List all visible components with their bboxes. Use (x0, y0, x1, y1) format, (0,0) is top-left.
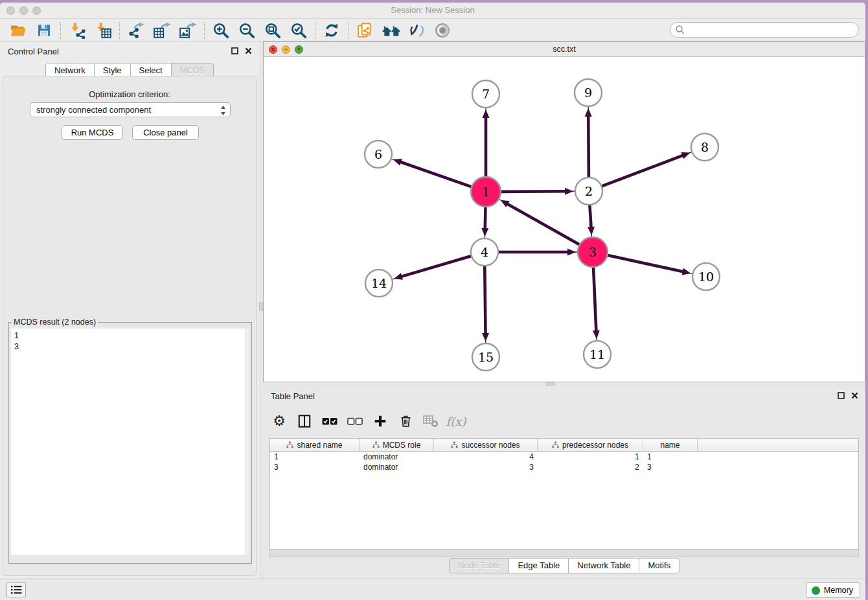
table-toolbar: ⚙ f(x) (269, 408, 466, 434)
import-network-button[interactable] (64, 21, 90, 40)
edge-3-11[interactable] (593, 268, 596, 332)
table-tabs: Node TableEdge TableNetwork TableMotifs (263, 558, 865, 573)
table-cell[interactable]: 3 (434, 462, 538, 472)
network-window-titlebar[interactable]: x − + scc.txt (264, 42, 865, 57)
export-image-button[interactable] (175, 21, 201, 40)
arrowhead-icon (482, 333, 489, 341)
zoom-out-button[interactable] (234, 21, 260, 40)
edge-1-2[interactable] (501, 191, 566, 192)
table-rows: 1dominator4113dominator323 (270, 452, 858, 472)
create-column-button[interactable] (371, 411, 390, 431)
tab-motifs[interactable]: Motifs (639, 558, 680, 573)
hierarchy-icon (451, 441, 458, 448)
delete-table-button[interactable] (421, 411, 440, 431)
toolbar-separator (119, 22, 120, 39)
table-cell[interactable]: 2 (538, 462, 643, 472)
column-header-successor-nodes[interactable]: successor nodes (434, 439, 538, 451)
node-label-3: 3 (589, 245, 597, 259)
save-session-button[interactable] (31, 21, 57, 40)
tab-network-table[interactable]: Network Table (569, 558, 639, 573)
arrowhead-icon (567, 249, 576, 256)
edge-4-14[interactable] (401, 256, 471, 277)
app-titlebar[interactable]: Session: New Session (0, 3, 865, 19)
column-header-MCDS-role[interactable]: MCDS role (360, 439, 434, 451)
edge-1-6[interactable] (400, 162, 471, 187)
zoom-selected-button[interactable] (286, 21, 312, 40)
edge-4-15[interactable] (485, 266, 485, 334)
run-mcds-button[interactable]: Run MCDS (62, 125, 123, 140)
network-canvas[interactable]: 7968124314101511 (264, 57, 865, 382)
eye-icon (433, 22, 451, 39)
tab-edge-table[interactable]: Edge Table (509, 558, 569, 573)
toolbar-separator (348, 22, 348, 39)
search-input[interactable] (670, 22, 859, 38)
float-panel-icon[interactable] (231, 47, 239, 55)
table-hscrollbar[interactable] (269, 549, 859, 557)
table-cell[interactable]: 3 (643, 462, 698, 472)
first-neighbors-button[interactable] (378, 21, 404, 40)
export-table-button[interactable] (149, 21, 175, 40)
main-toolbar (0, 19, 865, 41)
unselect-all-columns-button[interactable] (345, 411, 365, 431)
table-cell[interactable]: dominator (360, 452, 434, 462)
memory-button[interactable]: Memory (806, 583, 860, 598)
apply-layout-button[interactable] (319, 21, 345, 40)
task-history-button[interactable] (6, 583, 26, 597)
node-label-10: 10 (698, 270, 714, 284)
houses-icon (381, 22, 400, 39)
zoom-in-button[interactable] (208, 21, 234, 40)
tab-node-table[interactable]: Node Table (449, 558, 510, 573)
mcds-result-text: 1 3 (14, 330, 19, 352)
node-label-4: 4 (481, 245, 488, 259)
mcds-result-area[interactable]: 1 3 (11, 329, 249, 555)
close-panel-icon[interactable] (851, 391, 859, 400)
table-header-row: shared nameMCDS rolesuccessor nodesprede… (270, 439, 858, 452)
criterion-select[interactable]: strongly connected component (30, 102, 231, 117)
fx-icon: f(x) (446, 415, 466, 428)
arrowhead-icon (481, 228, 488, 237)
table-cell[interactable]: 3 (270, 462, 360, 472)
table-cell[interactable]: 1 (270, 452, 360, 462)
arrowhead-icon (585, 108, 592, 117)
show-hide-button[interactable] (429, 21, 455, 40)
table-row[interactable]: 1dominator411 (270, 452, 858, 462)
select-all-columns-button[interactable] (320, 411, 339, 431)
result-scrollbar[interactable] (245, 329, 249, 555)
network-view-window: x − + scc.txt 7968124314101511 (263, 41, 865, 382)
close-panel-button[interactable]: Close panel (132, 125, 199, 140)
graphics-details-button[interactable] (404, 21, 429, 40)
delete-column-button[interactable] (396, 411, 415, 431)
table-cell[interactable]: 1 (538, 452, 643, 462)
export-network-button[interactable] (123, 21, 149, 40)
column-label: MCDS role (383, 441, 421, 450)
edge-3-10[interactable] (608, 255, 683, 271)
table-settings-button[interactable]: ⚙ (269, 411, 289, 431)
column-header-name[interactable]: name (643, 439, 698, 451)
function-builder-button[interactable]: f(x) (446, 411, 466, 431)
open-session-button[interactable] (5, 21, 31, 40)
close-panel-icon[interactable] (244, 47, 253, 55)
column-header-shared-name[interactable]: shared name (270, 439, 360, 451)
show-columns-button[interactable] (295, 411, 314, 431)
column-header-predecessor-nodes[interactable]: predecessor nodes (538, 439, 643, 451)
edge-3-1[interactable] (507, 203, 579, 244)
clone-network-button[interactable] (352, 21, 378, 40)
arrowhead-icon (593, 330, 600, 339)
toolbar-separator (315, 22, 315, 39)
float-panel-icon[interactable] (837, 391, 845, 400)
edge-2-3[interactable] (589, 205, 591, 228)
table-cell[interactable]: 1 (643, 452, 698, 462)
zoom-fit-icon (264, 22, 281, 39)
import-table-button[interactable] (90, 21, 116, 40)
graphics-details-icon (408, 22, 425, 39)
network-view-title: scc.txt (264, 45, 865, 54)
table-cell[interactable]: 4 (434, 452, 538, 462)
edge-2-9[interactable] (588, 115, 589, 177)
columns-icon (297, 414, 312, 428)
table-row[interactable]: 3dominator323 (270, 462, 858, 472)
table-cell[interactable]: dominator (360, 462, 434, 472)
export-image-icon (179, 22, 197, 39)
edge-2-8[interactable] (602, 155, 684, 186)
zoom-fit-button[interactable] (260, 21, 286, 40)
edge-1-4[interactable] (485, 207, 486, 229)
